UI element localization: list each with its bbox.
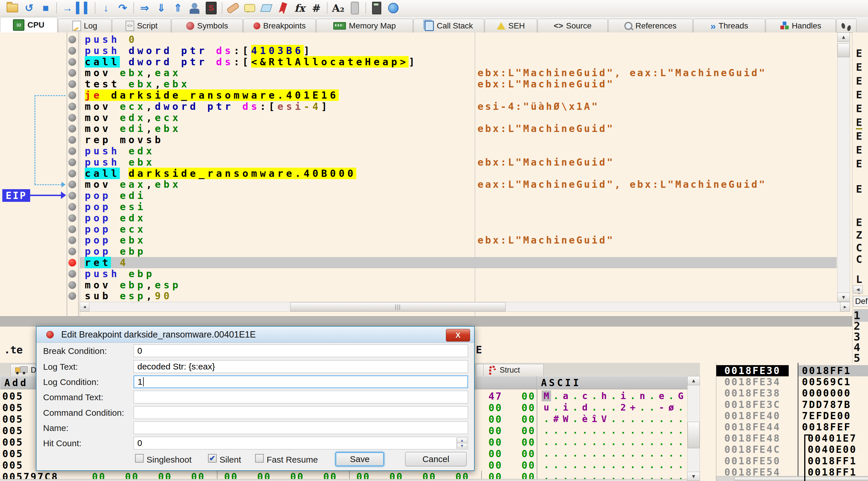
disasm-row[interactable]: pop ebxebx:L"MachineGuid" bbox=[0, 235, 850, 246]
bp-gutter-dot-icon[interactable] bbox=[68, 214, 76, 222]
bp-gutter-dot-icon[interactable] bbox=[68, 236, 76, 244]
disasm-row[interactable]: push edx bbox=[0, 146, 850, 157]
bp-gutter-dot-icon[interactable] bbox=[68, 170, 76, 177]
dialog-close-button[interactable]: X bbox=[446, 329, 470, 341]
breakpoint-dot-icon[interactable] bbox=[68, 259, 76, 267]
dump-hscrollbar[interactable] bbox=[0, 479, 687, 481]
skip-next-button[interactable]: ⇓ bbox=[153, 1, 169, 15]
calculator-button[interactable] bbox=[368, 1, 385, 15]
bp-gutter-dot-icon[interactable] bbox=[68, 69, 76, 77]
disasm-row[interactable]: mov ebx,eaxebx:L"MachineGuid", eax:L"Mac… bbox=[0, 67, 850, 79]
disasm-row[interactable]: ret 4 bbox=[0, 257, 850, 268]
step-out-button[interactable]: ⇑ bbox=[169, 1, 186, 15]
input-log-condition[interactable]: 1 bbox=[134, 375, 468, 388]
bp-gutter-dot-icon[interactable] bbox=[68, 136, 76, 144]
bp-gutter-dot-icon[interactable] bbox=[68, 281, 76, 289]
disasm-vscroll-up-button[interactable]: ▲ bbox=[837, 32, 850, 42]
step-over-button[interactable]: ↷ bbox=[114, 1, 131, 15]
cancel-button[interactable]: Cancel bbox=[405, 452, 467, 466]
input-log-text[interactable]: decoded Str: {s:eax} bbox=[134, 360, 468, 373]
bp-gutter-dot-icon[interactable] bbox=[68, 226, 76, 233]
disasm-row[interactable]: mov edx,ecx bbox=[0, 112, 850, 123]
dump-vscroll-thumb[interactable] bbox=[688, 422, 700, 448]
dump-vscroll-up-button[interactable]: ▲ bbox=[687, 376, 700, 385]
disasm-row[interactable]: pop ebp bbox=[0, 246, 850, 257]
bp-gutter-dot-icon[interactable] bbox=[68, 114, 76, 122]
disasm-row[interactable]: call dword ptr ds:[<&RtlAllocateHeap>] bbox=[0, 56, 850, 67]
disasm-row[interactable]: pop edx bbox=[0, 212, 850, 224]
bp-gutter-dot-icon[interactable] bbox=[68, 36, 76, 43]
bp-gutter-dot-icon[interactable] bbox=[68, 47, 76, 55]
patches-button[interactable] bbox=[225, 1, 241, 15]
stack-row[interactable]: 0018FE380000000 bbox=[716, 388, 868, 399]
regpane-hscroll-left-button[interactable]: ◄ bbox=[853, 285, 863, 294]
input-command-text[interactable] bbox=[134, 391, 468, 403]
disasm-hscroll-thumb[interactable]: ||| bbox=[290, 302, 506, 311]
stack-hscroll-thumb[interactable] bbox=[734, 477, 868, 481]
disasm-row[interactable]: test ebx,ebxebx:L"MachineGuid" bbox=[0, 79, 850, 90]
disassembly-pane[interactable]: push 0push dword ptr ds:[4103B6]call dwo… bbox=[0, 32, 850, 318]
tab-handles[interactable]: Handles bbox=[766, 19, 836, 32]
disasm-row[interactable]: mov ebp,esp bbox=[0, 279, 850, 291]
hash-button[interactable]: # bbox=[308, 1, 325, 15]
bp-gutter-dot-icon[interactable] bbox=[68, 247, 76, 255]
argument-row-number[interactable]: 5 bbox=[854, 352, 860, 363]
tab-trace[interactable] bbox=[836, 19, 857, 32]
bp-gutter-dot-icon[interactable] bbox=[68, 91, 76, 99]
stack-row[interactable]: 0018FE3C7DD787B bbox=[716, 399, 868, 410]
tab-struct[interactable]: Struct bbox=[483, 364, 544, 376]
disasm-row[interactable]: je darkside_ransomware.401E16 bbox=[0, 90, 850, 101]
disasm-row[interactable]: push dword ptr ds:[4103B6] bbox=[0, 45, 850, 56]
restart-button[interactable]: ↺ bbox=[21, 1, 37, 15]
stop-button[interactable]: ■ bbox=[37, 1, 54, 15]
input-name[interactable] bbox=[134, 421, 468, 434]
tab-cpu[interactable]: 32CPU bbox=[0, 17, 58, 32]
tab-references[interactable]: References bbox=[608, 19, 693, 32]
checkbox-fast-resume[interactable] bbox=[255, 454, 264, 462]
run-to-user-code-button[interactable] bbox=[186, 1, 203, 15]
execute-till-return-button[interactable]: ⇒ bbox=[136, 1, 153, 15]
bp-gutter-dot-icon[interactable] bbox=[68, 270, 76, 278]
bp-gutter-dot-icon[interactable] bbox=[68, 80, 76, 88]
disasm-row[interactable]: push ebp bbox=[0, 268, 850, 279]
bp-gutter-dot-icon[interactable] bbox=[68, 58, 76, 66]
text-case-button[interactable]: A₂ bbox=[330, 1, 346, 15]
tab-log[interactable]: Log bbox=[58, 19, 112, 32]
bp-gutter-dot-icon[interactable] bbox=[68, 147, 76, 155]
checkbox-silent[interactable]: ✔ bbox=[208, 454, 217, 462]
tab-breakpoints[interactable]: Breakpoints bbox=[243, 19, 316, 32]
pane-splitter[interactable] bbox=[0, 316, 852, 327]
disasm-row[interactable]: pop ecx bbox=[0, 224, 850, 235]
tab-script[interactable]: <>Script bbox=[112, 19, 171, 32]
disasm-row[interactable]: push 0 bbox=[0, 34, 850, 45]
registers-pane-sliver[interactable]: EEEEEEEEEEEZCCL.◄Def12345 bbox=[852, 32, 868, 363]
disasm-vscroll-down-button[interactable]: ▼ bbox=[837, 293, 850, 302]
save-button[interactable]: Save bbox=[335, 452, 384, 466]
disasm-hscroll-left-button[interactable]: ◂ bbox=[80, 302, 89, 312]
checkbox-singleshoot[interactable] bbox=[135, 454, 144, 462]
bp-gutter-dot-icon[interactable] bbox=[68, 203, 76, 211]
bp-gutter-dot-icon[interactable] bbox=[68, 292, 76, 300]
settings-globe-button[interactable] bbox=[385, 1, 402, 15]
disasm-row[interactable]: mov eax,ebxeax:L"MachineGuid", ebx:L"Mac… bbox=[0, 179, 850, 190]
disasm-row[interactable]: pop edi bbox=[0, 190, 850, 201]
spinner-up-icon[interactable]: ▲ bbox=[457, 438, 467, 443]
stack-row[interactable]: 0018FE500018FF1 bbox=[716, 455, 868, 467]
disasm-row[interactable]: sub esp,90 bbox=[0, 290, 850, 302]
attach-button[interactable] bbox=[346, 1, 363, 15]
tab-call-stack[interactable]: Call Stack bbox=[413, 19, 484, 32]
bp-gutter-dot-icon[interactable] bbox=[68, 125, 76, 132]
comments-button[interactable] bbox=[241, 1, 258, 15]
dialog-title-bar[interactable]: Edit Breakpoint darkside_ransomware.0040… bbox=[36, 327, 474, 343]
input-hit-count[interactable]: 0▲▼ bbox=[134, 437, 468, 449]
stack-row[interactable]: 0018FE4800401E7 bbox=[716, 433, 868, 444]
stack-hscrollbar[interactable] bbox=[716, 476, 868, 481]
stack-row[interactable]: 0018FE440018FEF bbox=[716, 421, 868, 433]
bookmarks-button[interactable] bbox=[275, 1, 291, 15]
disasm-hscroll-right-button[interactable]: ▸ bbox=[840, 302, 850, 312]
open-file-button[interactable] bbox=[4, 1, 21, 15]
input-break-condition[interactable]: 0 bbox=[134, 344, 468, 357]
input-command-condition[interactable] bbox=[134, 406, 468, 419]
disasm-row[interactable]: call darkside_ransomware.40B000 bbox=[0, 168, 850, 179]
stack-row[interactable]: 0018FE407EFDE00 bbox=[716, 410, 868, 421]
